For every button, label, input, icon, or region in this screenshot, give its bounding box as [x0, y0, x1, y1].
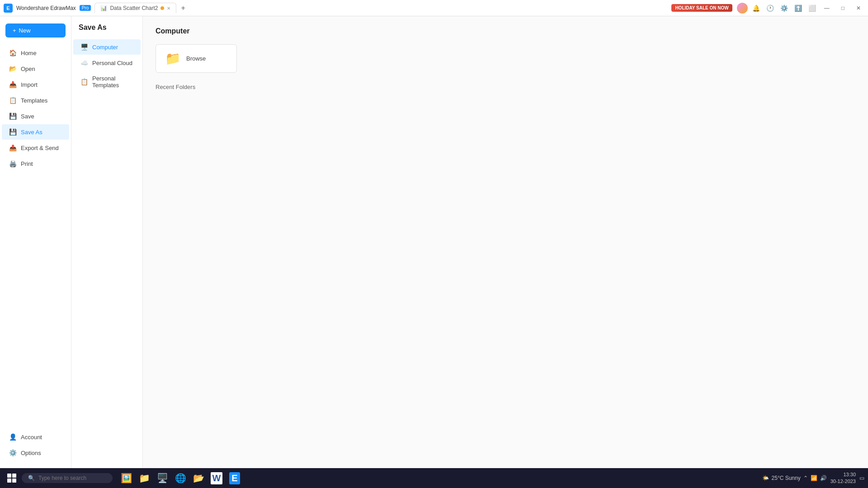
- date-display: 30-12-2023: [830, 478, 856, 485]
- taskbar-app-explorer[interactable]: 📂: [190, 470, 207, 486]
- clock-icon[interactable]: 🕐: [766, 5, 774, 12]
- sidebar-export-label: Export & Send: [21, 145, 59, 151]
- options-icon: ⚙️: [9, 449, 16, 456]
- sidebar-account-label: Account: [21, 434, 42, 441]
- recent-folders-label: Recent Folders: [156, 84, 855, 90]
- tab-data-scatter[interactable]: 📊 Data Scatter Chart2 ✕: [94, 3, 176, 13]
- sidebar-bottom: 👤 Account ⚙️ Options: [0, 429, 71, 465]
- saveas-panel: Save As 🖥️ Computer ☁️ Personal Cloud 📋 …: [71, 16, 143, 468]
- app-logo: E: [4, 4, 13, 13]
- sidebar-save-label: Save: [21, 113, 34, 120]
- computer-icon: 🖥️: [80, 43, 88, 51]
- start-square-1: [7, 474, 11, 478]
- save-as-icon: 💾: [9, 128, 16, 136]
- home-icon: 🏠: [9, 49, 16, 56]
- files-icon: 📁: [139, 473, 150, 483]
- taskbar-time[interactable]: 13:30 30-12-2023: [830, 471, 856, 485]
- tray-arrow-up[interactable]: ⌃: [803, 475, 808, 481]
- saveas-item-computer[interactable]: 🖥️ Computer: [73, 39, 141, 55]
- sidebar-item-save-as[interactable]: 💾 Save As: [2, 124, 69, 140]
- maximize-button[interactable]: □: [838, 5, 848, 11]
- clock-display: 13:30: [830, 471, 856, 478]
- sidebar-open-label: Open: [21, 66, 35, 72]
- sidebar-templates-label: Templates: [21, 97, 47, 104]
- tab-label: Data Scatter Chart2: [110, 5, 158, 11]
- export-icon: 📤: [9, 144, 16, 151]
- tab-add-button[interactable]: +: [178, 4, 188, 12]
- sidebar-print-label: Print: [21, 160, 33, 167]
- sidebar-item-import[interactable]: 📥 Import: [2, 77, 69, 92]
- edraw-icon: E: [229, 472, 240, 484]
- taskbar-app-photos[interactable]: 🖼️: [118, 470, 134, 486]
- tray-volume-icon[interactable]: 🔊: [820, 475, 827, 481]
- content-area: Computer 📁 Browse Recent Folders: [143, 16, 868, 468]
- sidebar-item-print[interactable]: 🖨️ Print: [2, 156, 69, 171]
- taskbar-app-edraw[interactable]: E: [226, 470, 243, 486]
- taskbar-search-bar[interactable]: 🔍: [22, 473, 113, 483]
- taskbar-app-word[interactable]: W: [208, 470, 225, 486]
- start-button[interactable]: [4, 470, 20, 486]
- new-button[interactable]: + New: [5, 23, 66, 38]
- new-label: New: [19, 27, 31, 34]
- open-icon: 📂: [9, 65, 16, 72]
- taskbar-app-task-view[interactable]: 🖥️: [154, 470, 170, 486]
- close-button[interactable]: ✕: [853, 5, 864, 11]
- saveas-item-personal-templates[interactable]: 📋 Personal Templates: [73, 71, 141, 93]
- explorer-icon: 📂: [193, 473, 204, 483]
- sidebar-item-open[interactable]: 📂 Open: [2, 61, 69, 76]
- taskbar-search-input[interactable]: [38, 475, 106, 481]
- sidebar-home-label: Home: [21, 50, 37, 56]
- templates-icon: 📋: [9, 97, 16, 104]
- saveas-computer-label: Computer: [92, 44, 118, 51]
- sidebar-item-save[interactable]: 💾 Save: [2, 108, 69, 124]
- expand-icon[interactable]: ⬜: [808, 5, 816, 12]
- taskbar-app-edge[interactable]: 🌐: [172, 470, 189, 486]
- app-name: Wondershare EdrawMax: [16, 5, 76, 11]
- windows-icon: [7, 474, 16, 483]
- upload-icon[interactable]: ⬆️: [794, 5, 802, 12]
- show-desktop-button[interactable]: ▭: [859, 475, 864, 481]
- holiday-sale-button[interactable]: HOLIDAY SALE ON NOW: [671, 4, 732, 12]
- taskbar-search-icon: 🔍: [28, 475, 35, 481]
- user-avatar[interactable]: [737, 3, 748, 14]
- saveas-item-personal-cloud[interactable]: ☁️ Personal Cloud: [73, 55, 141, 70]
- sidebar-item-templates[interactable]: 📋 Templates: [2, 93, 69, 108]
- titlebar-right: HOLIDAY SALE ON NOW 🔔 🕐 ⚙️ ⬆️ ⬜ — □ ✕: [671, 3, 864, 14]
- taskbar-apps: 🖼️ 📁 🖥️ 🌐 📂 W E: [118, 470, 243, 486]
- saveas-panel-title: Save As: [71, 23, 142, 39]
- settings-icon[interactable]: ⚙️: [780, 5, 788, 12]
- tab-bar: 📊 Data Scatter Chart2 ✕ +: [94, 3, 188, 13]
- browse-label: Browse: [186, 55, 206, 62]
- tab-icon: 📊: [100, 5, 107, 11]
- start-square-2: [12, 474, 16, 478]
- app-content: + New 🏠 Home 📂 Open 📥 Import 📋 Templates…: [0, 16, 868, 468]
- personal-templates-icon: 📋: [80, 78, 88, 85]
- saveas-cloud-label: Personal Cloud: [92, 60, 132, 66]
- sidebar-item-options[interactable]: ⚙️ Options: [2, 445, 69, 460]
- sidebar-item-account[interactable]: 👤 Account: [2, 429, 69, 445]
- tray-temp: 25°C Sunny: [772, 475, 801, 481]
- pro-badge: Pro: [80, 5, 91, 11]
- minimize-button[interactable]: —: [821, 5, 833, 11]
- titlebar: E Wondershare EdrawMax Pro 📊 Data Scatte…: [0, 0, 868, 16]
- sidebar-nav: 🏠 Home 📂 Open 📥 Import 📋 Templates 💾 Sav…: [0, 45, 71, 429]
- start-square-3: [7, 479, 11, 483]
- taskbar-app-files[interactable]: 📁: [136, 470, 152, 486]
- edge-icon: 🌐: [175, 473, 186, 483]
- sidebar-options-label: Options: [21, 450, 41, 456]
- content-title: Computer: [156, 27, 855, 35]
- account-icon: 👤: [9, 433, 16, 441]
- sidebar-item-home[interactable]: 🏠 Home: [2, 45, 69, 61]
- taskbar: 🔍 🖼️ 📁 🖥️ 🌐 📂 W E 🌤️ 25°C Sunny ⌃: [0, 468, 868, 488]
- tab-close-button[interactable]: ✕: [167, 6, 170, 11]
- sidebar-saveas-label: Save As: [21, 129, 42, 136]
- cloud-icon: ☁️: [80, 59, 88, 66]
- titlebar-left: E Wondershare EdrawMax Pro 📊 Data Scatte…: [4, 3, 188, 13]
- taskbar-right: 🌤️ 25°C Sunny ⌃ 📶 🔊 13:30 30-12-2023 ▭: [762, 471, 864, 485]
- task-view-icon: 🖥️: [157, 473, 168, 483]
- toolbar-icons: 🔔 🕐 ⚙️ ⬆️ ⬜: [752, 5, 816, 12]
- saveas-templates-label: Personal Templates: [92, 75, 133, 89]
- browse-card[interactable]: 📁 Browse: [156, 44, 237, 73]
- notification-icon[interactable]: 🔔: [752, 5, 760, 12]
- sidebar-item-export-send[interactable]: 📤 Export & Send: [2, 140, 69, 155]
